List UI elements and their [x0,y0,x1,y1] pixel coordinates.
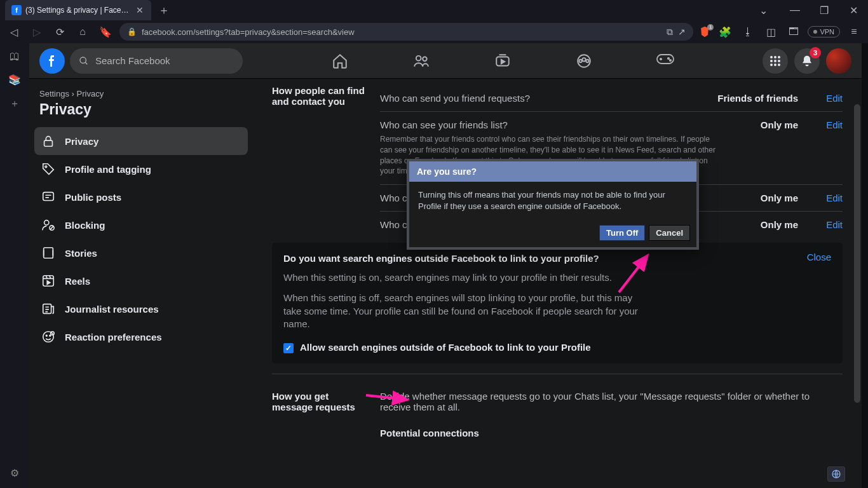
notifications-badge: 3 [810,47,821,58]
window-close-icon[interactable]: ✕ [839,0,868,20]
nav-home-icon[interactable] [325,53,355,69]
header-right: 3 [763,48,851,74]
tab-title: (3) Settings & privacy | Facebook [25,6,132,15]
sidebar-item-label: Privacy [65,136,98,147]
sidebar-settings-icon[interactable]: ⚙ [10,467,19,479]
browser-titlebar: f (3) Settings & privacy | Facebook ✕ ＋ … [0,0,868,20]
svg-point-30 [46,335,47,336]
svg-point-31 [50,335,51,336]
section-title: How you get message requests [272,391,380,438]
sidebar-item-label: Blocking [65,220,105,231]
svg-point-2 [416,55,421,60]
menu-grid-button[interactable] [763,48,788,74]
nav-back-icon[interactable]: ◁ [5,23,23,41]
facebook-logo[interactable] [39,48,65,74]
turn-off-button[interactable]: Turn Off [599,225,645,241]
stories-icon [41,246,56,260]
share-icon[interactable]: ↗ [678,27,686,37]
page-title: Privacy [34,98,248,127]
browser-tab[interactable]: f (3) Settings & privacy | Facebook ✕ [5,0,151,20]
wallet-icon[interactable]: 🗔 [785,23,803,41]
tab-overflow-icon[interactable]: ⌄ [749,0,778,20]
shields-count-badge: 1 [707,24,714,30]
vpn-badge[interactable]: VPN [808,26,840,37]
downloads-icon[interactable]: ⭳ [739,23,757,41]
edit-link[interactable]: Edit [811,219,843,230]
nav-watch-icon[interactable] [487,53,518,69]
scrollbar-thumb[interactable] [854,104,860,403]
nav-forward-icon: ▷ [28,23,46,41]
nav-friends-icon[interactable] [406,53,437,69]
sidebar-item-blocking[interactable]: Blocking [34,211,248,239]
extensions-icon[interactable]: 🧩 [716,23,734,41]
svg-rect-23 [43,193,54,201]
expanded-text: When this setting is off, search engines… [283,292,639,330]
sidebar-item-privacy[interactable]: Privacy [34,127,248,155]
sidebar-toggle-icon[interactable]: ◫ [762,23,780,41]
account-avatar[interactable] [826,48,851,74]
divider [272,374,843,374]
block-icon [41,218,56,232]
home-icon[interactable]: ⌂ [74,23,92,41]
checkbox-row[interactable]: ✓ Allow search engines outside of Facebo… [283,342,831,353]
search-icon [79,56,89,66]
close-tab-icon[interactable]: ✕ [136,5,144,15]
browser-menu-icon[interactable]: ≡ [845,23,863,41]
language-globe-button[interactable] [827,466,845,482]
sidebar-item-label: Reaction preferences [65,332,162,342]
confirm-dialog: Are you sure? Turning this off means tha… [407,159,699,250]
lock-icon: 🔒 [127,27,137,36]
nav-groups-icon[interactable] [569,53,599,69]
url-bar[interactable]: 🔒 facebook.com/settings?tab=privacy&sect… [119,23,693,41]
svg-point-8 [586,59,588,62]
sidebar-item-label: Profile and tagging [65,164,151,175]
facebook-search[interactable]: Search Facebook [70,48,243,74]
svg-point-14 [778,56,780,58]
sidebar-item-reels[interactable]: Reels [34,267,248,295]
dialog-body: Turning this off means that your friends… [409,182,696,220]
section-description: Decide whether message requests go to yo… [380,391,843,412]
posts-icon [41,190,56,204]
bookmarks-panel-icon[interactable]: 📚 [8,74,21,86]
checkbox-checked-icon[interactable]: ✓ [283,343,294,353]
new-tab-button[interactable]: ＋ [155,1,173,19]
window-restore-icon[interactable]: ❐ [810,0,839,20]
svg-rect-27 [43,276,54,287]
cancel-button[interactable]: Cancel [649,225,690,241]
edit-link[interactable]: Edit [811,193,843,203]
setting-value: Friends of friends [715,93,811,104]
edit-link[interactable]: Edit [811,93,843,104]
setting-value: Only me [715,119,811,130]
vertical-scrollbar[interactable] [853,79,862,488]
svg-point-15 [770,60,773,62]
open-external-icon[interactable]: ⧉ [667,27,673,37]
brave-shields-icon[interactable]: 1 [698,25,711,38]
facebook-favicon: f [11,5,22,15]
reload-icon[interactable]: ⟳ [51,23,69,41]
settings-content: Settings › Privacy Privacy Privacy Profi… [29,79,862,488]
svg-rect-21 [44,140,53,146]
close-link[interactable]: Close [807,252,831,262]
browser-toolbar: ◁ ▷ ⟳ ⌂ 🔖 🔒 facebook.com/settings?tab=pr… [0,20,868,43]
reels-icon [41,274,56,288]
add-panel-icon[interactable]: ＋ [10,97,20,111]
svg-point-24 [44,220,49,225]
edit-link[interactable]: Edit [811,119,843,130]
dialog-title: Are you sure? [409,161,696,182]
expanded-text: When this setting is on, search engines … [283,271,639,284]
window-minimize-icon[interactable]: — [780,0,810,20]
svg-point-3 [423,57,427,61]
reading-list-icon[interactable]: 🕮 [10,51,20,62]
sidebar-item-journalist[interactable]: Journalist resources [34,295,248,323]
notifications-button[interactable]: 3 [794,48,820,74]
bookmark-icon[interactable]: 🔖 [97,23,114,41]
settings-sidebar: Settings › Privacy Privacy Privacy Profi… [29,79,253,488]
nav-gaming-icon[interactable] [650,53,681,69]
sidebar-item-reaction-prefs[interactable]: Reaction preferences [34,323,248,351]
sidebar-item-stories[interactable]: Stories [34,239,248,267]
sidebar-item-public-posts[interactable]: Public posts [34,183,248,211]
svg-point-22 [45,166,47,168]
breadcrumb[interactable]: Settings › Privacy [34,89,248,98]
sidebar-item-profile-tagging[interactable]: Profile and tagging [34,155,248,183]
svg-point-16 [774,60,776,62]
